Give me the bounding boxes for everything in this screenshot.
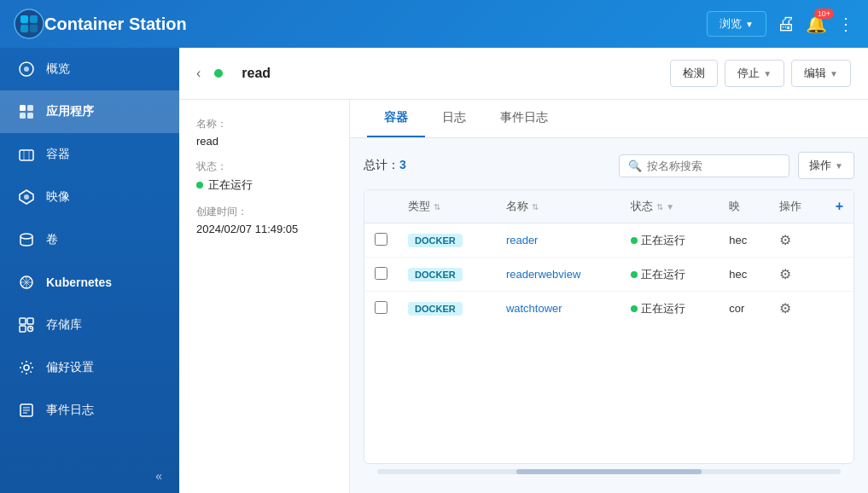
svg-rect-7 [20, 105, 26, 111]
stop-dropdown-icon: ▼ [763, 69, 772, 78]
row2-extra [825, 258, 853, 292]
svg-rect-10 [27, 113, 33, 119]
app-name-title: read [242, 66, 271, 81]
svg-point-14 [20, 234, 32, 239]
scrollbar-thumb[interactable] [516, 469, 702, 474]
row1-type: DOCKER [398, 223, 496, 258]
ops-dropdown-icon: ▼ [835, 161, 843, 171]
sidebar-item-volumes-label: 卷 [46, 232, 58, 247]
volumes-icon [17, 230, 36, 249]
svg-rect-2 [30, 15, 38, 23]
row1-checkbox[interactable] [364, 223, 398, 258]
sidebar-collapse-button[interactable]: « [0, 459, 179, 493]
sidebar-item-images[interactable]: 映像 [0, 176, 179, 218]
row2-status: 正在运行 [620, 258, 719, 292]
row2-checkbox[interactable] [364, 258, 398, 292]
tab-containers[interactable]: 容器 [367, 100, 425, 137]
sidebar: 概览 应用程序 容器 映像 卷 [0, 48, 179, 493]
table-row: DOCKER reader 正在运行 hec ⚙ [364, 223, 853, 258]
tab-logs[interactable]: 日志 [425, 100, 483, 137]
sidebar-item-kubernetes[interactable]: Kubernetes [0, 261, 179, 304]
svg-rect-17 [27, 318, 33, 324]
row2-docker-badge: DOCKER [408, 268, 463, 281]
sidebar-item-storage[interactable]: 存储库 [0, 304, 179, 346]
row1-checkbox-input[interactable] [375, 233, 387, 246]
row1-status-text: 正在运行 [631, 233, 708, 248]
sidebar-bottom: « [0, 459, 179, 493]
sidebar-item-volumes[interactable]: 卷 [0, 218, 179, 261]
row1-ops[interactable]: ⚙ [769, 223, 825, 258]
col-name-header[interactable]: 名称 ⇅ [496, 190, 620, 223]
row3-name[interactable]: watchtower [496, 292, 620, 326]
app-header: Container Station 浏览 ▼ 🖨 🔔 10+ ⋮ [0, 0, 868, 48]
sidebar-item-eventlog[interactable]: 事件日志 [0, 389, 179, 432]
row3-checkbox[interactable] [364, 292, 398, 326]
col-add-header[interactable]: + [825, 190, 853, 223]
sidebar-item-containers[interactable]: 容器 [0, 133, 179, 176]
svg-rect-3 [20, 25, 28, 32]
overview-icon [17, 60, 36, 78]
row3-checkbox-input[interactable] [375, 301, 387, 314]
edit-button[interactable]: 编辑 ▼ [791, 60, 851, 87]
sidebar-item-preferences[interactable]: 偏好设置 [0, 346, 179, 389]
svg-point-20 [24, 365, 29, 370]
applications-icon [17, 102, 36, 121]
detail-header: ‹ read 检测 停止 ▼ 编辑 ▼ [179, 48, 868, 100]
status-label: 状态： [196, 160, 332, 174]
status-running-dot [196, 182, 203, 188]
row2-ops[interactable]: ⚙ [769, 258, 825, 292]
row2-name[interactable]: readerwebview [496, 258, 620, 292]
containers-table: 类型 ⇅ 名称 ⇅ 状态 ⇅ ▼ 映 操作 + [364, 190, 853, 325]
browse-dropdown-icon: ▼ [745, 20, 754, 29]
svg-rect-1 [20, 15, 28, 23]
col-image-header: 映 [719, 190, 769, 223]
created-value: 2024/02/07 11:49:05 [196, 223, 332, 235]
row1-gear-icon[interactable]: ⚙ [779, 233, 791, 247]
sidebar-item-preferences-label: 偏好设置 [46, 360, 94, 375]
containers-table-area: 总计：3 🔍 操作 ▼ [350, 138, 868, 493]
col-checkbox [364, 190, 398, 223]
row3-status-dot [631, 305, 638, 312]
ops-button[interactable]: 操作 ▼ [798, 152, 854, 179]
app-info-panel: 名称： read 状态： 正在运行 创建时间： 2024/02/07 11:49… [179, 100, 350, 493]
browse-button[interactable]: 浏览 ▼ [707, 11, 766, 37]
sidebar-item-applications[interactable]: 应用程序 [0, 90, 179, 133]
more-menu-icon[interactable]: ⋮ [837, 14, 854, 34]
search-input[interactable] [647, 160, 780, 172]
status-value: 正在运行 [196, 177, 332, 193]
app-containers-panel: 容器 日志 事件日志 总计：3 🔍 [350, 100, 868, 493]
upload-icon[interactable]: 🖨 [777, 13, 795, 35]
col-ops-header: 操作 [769, 190, 825, 223]
col-status-header[interactable]: 状态 ⇅ ▼ [620, 190, 719, 223]
kubernetes-icon [17, 273, 36, 292]
notification-icon[interactable]: 🔔 10+ [806, 14, 827, 34]
row1-docker-badge: DOCKER [408, 234, 463, 247]
sidebar-item-overview[interactable]: 概览 [0, 48, 179, 90]
row2-gear-icon[interactable]: ⚙ [779, 267, 791, 281]
sidebar-item-kubernetes-label: Kubernetes [46, 276, 112, 289]
row2-status-dot [631, 271, 638, 278]
horizontal-scrollbar[interactable] [364, 464, 854, 479]
row2-name-link[interactable]: readerwebview [506, 268, 580, 281]
col-type-header[interactable]: 类型 ⇅ [398, 190, 496, 223]
svg-rect-8 [27, 105, 33, 111]
svg-point-13 [24, 194, 29, 200]
search-box[interactable]: 🔍 [619, 154, 789, 177]
row3-name-link[interactable]: watchtower [506, 302, 562, 315]
row2-checkbox-input[interactable] [375, 267, 387, 280]
notification-badge: 10+ [814, 9, 834, 19]
row2-status-text: 正在运行 [631, 267, 708, 282]
row2-type: DOCKER [398, 258, 496, 292]
row1-name[interactable]: reader [496, 223, 620, 258]
svg-rect-11 [20, 150, 33, 160]
tab-eventlogs[interactable]: 事件日志 [483, 100, 565, 137]
sidebar-item-images-label: 映像 [46, 189, 70, 205]
table-header-row: 类型 ⇅ 名称 ⇅ 状态 ⇅ ▼ 映 操作 + [364, 190, 853, 223]
detect-button[interactable]: 检测 [670, 60, 718, 87]
stop-button[interactable]: 停止 ▼ [725, 60, 784, 87]
row1-name-link[interactable]: reader [506, 234, 539, 246]
row3-ops[interactable]: ⚙ [769, 292, 825, 326]
row3-gear-icon[interactable]: ⚙ [779, 301, 791, 316]
back-button[interactable]: ‹ [196, 66, 201, 81]
total-count: 3 [399, 158, 406, 171]
